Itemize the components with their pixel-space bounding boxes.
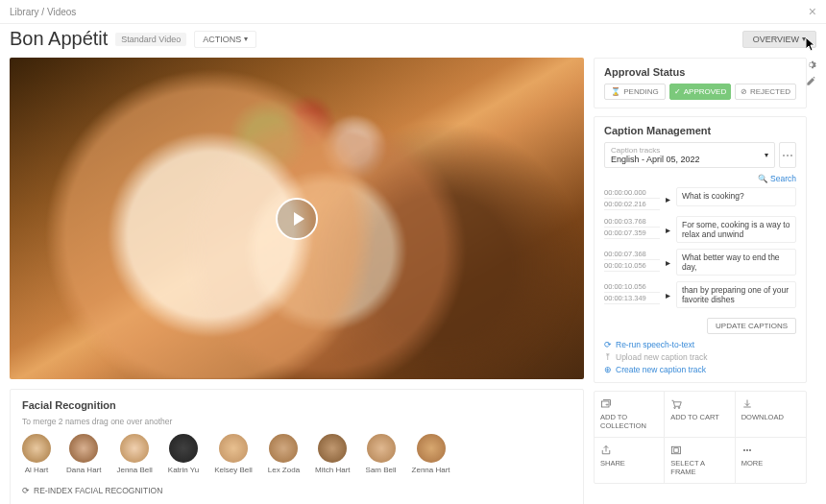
action-label: DOWNLOAD bbox=[741, 413, 800, 421]
reindex-button[interactable]: ⟳ RE-INDEX FACIAL RECOGNITION bbox=[22, 486, 571, 495]
caption-timestamps: 00:00:07.36800:00:10.056 bbox=[604, 249, 660, 272]
rerun-link[interactable]: ⟳Re-run speech-to-text bbox=[604, 340, 796, 349]
caption-row: 00:00:10.05600:00:13.349 ▸ than by prepa… bbox=[604, 281, 796, 308]
actions-grid: +ADD TO COLLECTION ADD TO CART DOWNLOAD … bbox=[594, 391, 807, 484]
ban-icon: ⊘ bbox=[741, 87, 747, 96]
plus-icon: ⊕ bbox=[604, 365, 612, 374]
reindex-label: RE-INDEX FACIAL RECOGNITION bbox=[34, 486, 162, 495]
facial-hint: To merge 2 names drag one over another bbox=[22, 417, 571, 426]
upload-icon: ⤒ bbox=[604, 352, 612, 362]
play-icon[interactable]: ▸ bbox=[666, 225, 670, 235]
create-label: Create new caption track bbox=[616, 365, 706, 374]
chevron-down-icon: ▾ bbox=[765, 151, 768, 159]
svg-point-6 bbox=[743, 449, 745, 451]
face-name: Zenna Hart bbox=[412, 466, 450, 474]
facial-recognition-panel: Facial Recognition To merge 2 names drag… bbox=[10, 389, 584, 504]
caption-timestamps: 00:00:03.76800:00:07.359 bbox=[604, 216, 660, 239]
svg-point-7 bbox=[746, 449, 748, 451]
avatar bbox=[367, 434, 396, 463]
pending-button[interactable]: ⌛PENDING bbox=[604, 84, 666, 100]
rejected-button[interactable]: ⊘REJECTED bbox=[735, 84, 796, 100]
caption-text[interactable]: What is cooking? bbox=[676, 187, 796, 206]
face-item[interactable]: Jenna Bell bbox=[116, 434, 152, 474]
caption-text[interactable]: For some, cooking is a way to relax and … bbox=[676, 216, 796, 243]
face-name: Lex Zoda bbox=[268, 466, 300, 474]
download-button[interactable]: DOWNLOAD bbox=[736, 392, 806, 438]
svg-text:+: + bbox=[605, 401, 609, 407]
face-name: Kelsey Bell bbox=[214, 466, 253, 474]
face-item[interactable]: Zenna Hart bbox=[412, 434, 450, 474]
caption-panel: Caption Management Caption tracks Englis… bbox=[594, 116, 807, 383]
breadcrumb-library[interactable]: Library bbox=[10, 7, 39, 17]
caption-heading: Caption Management bbox=[604, 125, 796, 136]
facial-heading: Facial Recognition bbox=[22, 399, 571, 411]
play-icon[interactable]: ▸ bbox=[666, 194, 670, 204]
overview-label: OVERVIEW bbox=[753, 35, 799, 44]
face-item[interactable]: Sam Bell bbox=[366, 434, 397, 474]
face-name: Dana Hart bbox=[66, 466, 101, 474]
face-item[interactable]: Al Hart bbox=[22, 434, 51, 474]
update-captions-button[interactable]: UPDATE CAPTIONS bbox=[707, 318, 796, 334]
sync-icon: ⟳ bbox=[604, 340, 612, 349]
hourglass-icon: ⌛ bbox=[611, 87, 620, 96]
edit-icon[interactable] bbox=[806, 76, 816, 88]
caption-row: 00:00:07.36800:00:10.056 ▸ What better w… bbox=[604, 249, 796, 276]
caption-track-label: Caption tracks bbox=[611, 146, 700, 155]
rejected-label: REJECTED bbox=[750, 87, 790, 96]
action-label: ADD TO CART bbox=[670, 413, 728, 421]
video-preview[interactable] bbox=[10, 58, 584, 379]
avatar bbox=[219, 434, 248, 463]
actions-dropdown[interactable]: ACTIONS ▾ bbox=[194, 31, 256, 48]
caption-text[interactable]: What better way to end the day, bbox=[676, 249, 796, 276]
page-title: Bon Appétit bbox=[10, 28, 108, 50]
face-item[interactable]: Dana Hart bbox=[66, 434, 101, 474]
search-label: Search bbox=[770, 174, 796, 183]
avatar bbox=[269, 434, 298, 463]
play-button[interactable] bbox=[276, 198, 318, 240]
caption-timestamps: 00:00:10.05600:00:13.349 bbox=[604, 281, 660, 304]
share-button[interactable]: SHARE bbox=[595, 438, 665, 483]
rerun-label: Re-run speech-to-text bbox=[616, 340, 694, 349]
refresh-icon: ⟳ bbox=[22, 486, 30, 495]
more-icon bbox=[741, 444, 753, 456]
face-item[interactable]: Katrin Yu bbox=[168, 434, 199, 474]
approved-button[interactable]: ✓APPROVED bbox=[669, 84, 731, 100]
chevron-down-icon: ▾ bbox=[244, 35, 248, 43]
caption-search-link[interactable]: 🔍 Search bbox=[758, 174, 796, 183]
add-to-cart-button[interactable]: ADD TO CART bbox=[665, 392, 735, 438]
pending-label: PENDING bbox=[623, 87, 658, 96]
face-name: Sam Bell bbox=[366, 466, 397, 474]
action-label: SHARE bbox=[600, 459, 658, 468]
caption-row: 00:00:00.00000:00:02.216 ▸ What is cooki… bbox=[604, 187, 796, 210]
face-name: Jenna Bell bbox=[116, 466, 152, 474]
caption-track-select[interactable]: Caption tracks English - April 05, 2022 … bbox=[604, 142, 775, 168]
create-link[interactable]: ⊕Create new caption track bbox=[604, 365, 796, 374]
svg-point-2 bbox=[674, 407, 676, 409]
face-item[interactable]: Mitch Hart bbox=[315, 434, 350, 474]
collection-icon: + bbox=[600, 398, 612, 410]
caption-timestamps: 00:00:00.00000:00:02.216 bbox=[604, 187, 660, 210]
face-item[interactable]: Lex Zoda bbox=[268, 434, 300, 474]
more-button[interactable]: MORE bbox=[736, 438, 806, 483]
approved-label: APPROVED bbox=[684, 87, 726, 96]
face-item[interactable]: Kelsey Bell bbox=[214, 434, 253, 474]
avatar bbox=[69, 434, 98, 463]
close-icon[interactable]: × bbox=[809, 4, 816, 19]
add-to-collection-button[interactable]: +ADD TO COLLECTION bbox=[595, 392, 665, 438]
avatar bbox=[22, 434, 51, 463]
overview-dropdown[interactable]: OVERVIEW ▾ bbox=[742, 31, 816, 48]
approval-heading: Approval Status bbox=[604, 66, 796, 78]
caption-text[interactable]: than by preparing one of your favorite d… bbox=[676, 281, 796, 308]
cursor-icon bbox=[806, 37, 817, 53]
actions-label: ACTIONS bbox=[203, 35, 241, 44]
breadcrumb-videos[interactable]: Videos bbox=[47, 7, 76, 17]
upload-label: Upload new caption track bbox=[616, 352, 707, 362]
gear-icon[interactable] bbox=[806, 60, 816, 72]
avatar bbox=[120, 434, 149, 463]
approval-panel: Approval Status ⌛PENDING ✓APPROVED ⊘REJE… bbox=[594, 58, 807, 108]
caption-track-more[interactable]: ⋯ bbox=[779, 142, 796, 168]
play-icon[interactable]: ▸ bbox=[666, 290, 670, 300]
svg-point-3 bbox=[679, 407, 681, 409]
play-icon[interactable]: ▸ bbox=[666, 257, 670, 268]
select-frame-button[interactable]: SELECT A FRAME bbox=[665, 438, 735, 483]
